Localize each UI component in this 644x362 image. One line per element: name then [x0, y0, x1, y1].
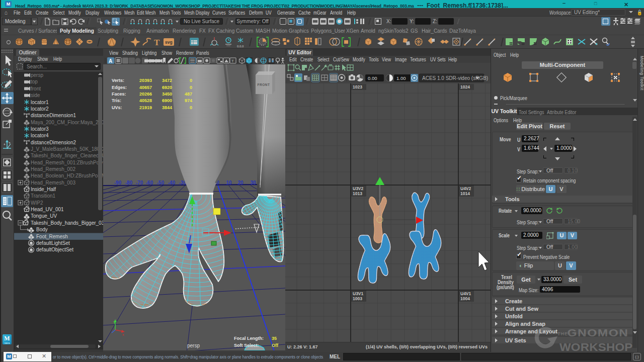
svg-text:-50: -50 [157, 180, 165, 186]
svg-text:defaultLightSet: defaultLightSet [36, 240, 70, 246]
svg-text:-90: -90 [114, 180, 122, 186]
svg-text:1014: 1014 [460, 191, 470, 196]
svg-text:T: T [231, 59, 234, 63]
svg-text:Head_Boolean_HD:ZBrushPolyMesh: Head_Boolean_HD:ZBrushPolyMesh3l [31, 173, 103, 178]
svg-text:GNOMON: GNOMON [568, 327, 629, 339]
svg-text:Body: Body [36, 227, 48, 232]
svg-text:20: 20 [237, 180, 244, 186]
svg-text:U3V2: U3V2 [353, 186, 364, 191]
svg-text:A: A [109, 58, 112, 64]
svg-text:Head_Remesh_003: Head_Remesh_003 [31, 180, 75, 186]
svg-text:side: side [31, 93, 40, 98]
svg-text:defaultObjectSet: defaultObjectSet [36, 247, 73, 252]
svg-text:locator2: locator2 [31, 106, 49, 112]
svg-text:Transition1: Transition1 [31, 193, 56, 199]
svg-text:FRONT: FRONT [258, 83, 270, 86]
svg-text:-60: -60 [146, 180, 153, 186]
svg-text:0,0,0: 0,0,0 [237, 45, 244, 48]
svg-text:1003: 1003 [353, 296, 362, 301]
svg-text:locator4: locator4 [31, 133, 49, 138]
svg-text:T: T [154, 38, 160, 47]
svg-text:-80: -80 [125, 180, 133, 186]
svg-text:Y: Y [113, 321, 116, 324]
svg-text:Head_Remesh_002: Head_Remesh_002 [31, 166, 75, 172]
svg-text:30: 30 [250, 180, 256, 186]
svg-text:WORKSHOP: WORKSHOP [559, 341, 633, 353]
svg-text:U4V2: U4V2 [460, 186, 471, 191]
svg-text:locator3: locator3 [31, 126, 49, 132]
svg-text:Inside_Half: Inside_Half [31, 187, 56, 192]
svg-text:persp: persp [31, 72, 43, 78]
svg-text:-40: -40 [168, 180, 176, 186]
svg-text:1013: 1013 [353, 191, 362, 196]
svg-text:locator1: locator1 [31, 100, 49, 105]
svg-text:distanceDimension1: distanceDimension1 [31, 113, 76, 118]
svg-text:-70: -70 [136, 180, 143, 186]
svg-text:10: 10 [226, 180, 232, 186]
svg-text:0.00: 0.00 [368, 75, 377, 81]
svg-text:WIP2: WIP2 [31, 200, 43, 206]
svg-text:1023: 1023 [353, 84, 362, 89]
svg-text:THE: THE [557, 331, 568, 336]
svg-text:Foot_Remesh: Foot_Remesh [36, 234, 68, 239]
svg-text:Takeshi_Body_hands_Bigger_03: Takeshi_Body_hands_Bigger_03 [31, 220, 103, 226]
svg-text:1024: 1024 [460, 84, 470, 89]
svg-text:Head_UV_001: Head_UV_001 [31, 207, 64, 212]
svg-text:Head_Remesh_001:ZBrushPolyMesh: Head_Remesh_001:ZBrushPolyMesh3l [31, 160, 103, 165]
svg-text:front: front [31, 86, 41, 92]
svg-text:1004: 1004 [460, 296, 470, 301]
svg-text:Takeshi_Body_finger_Cleaned_UV: Takeshi_Body_finger_Cleaned_UV [31, 153, 103, 158]
svg-text:U3V1: U3V1 [353, 291, 364, 296]
svg-text:distanceDimension2: distanceDimension2 [31, 140, 76, 145]
svg-text:x: x [122, 333, 124, 336]
svg-text:Tongue_UV: Tongue_UV [31, 213, 57, 219]
svg-text:Maya_200_CM_Floor:Maya_200cm_F: Maya_200_CM_Floor:Maya_200cm_Flo [31, 120, 103, 125]
svg-text:J_V_MaleBaseMesh_50K_180CM_005: J_V_MaleBaseMesh_50K_180CM_005:2 [31, 146, 103, 152]
svg-text:1.00: 1.00 [396, 75, 406, 81]
svg-text:top: top [31, 79, 38, 84]
svg-text:U4V1: U4V1 [460, 291, 471, 296]
svg-text:svg: svg [165, 40, 173, 45]
